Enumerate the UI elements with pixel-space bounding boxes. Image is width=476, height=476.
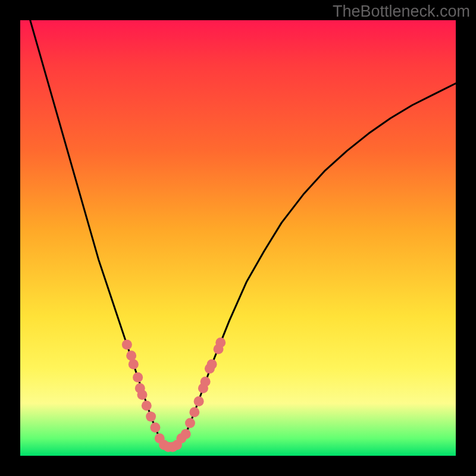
highlight-dot: [185, 418, 195, 428]
highlight-dot: [201, 377, 211, 387]
highlight-dots: [122, 337, 226, 452]
highlight-dot: [207, 359, 217, 369]
highlight-dot: [215, 337, 226, 347]
highlight-dot: [181, 429, 191, 439]
highlight-dot: [122, 340, 132, 350]
highlight-dot: [150, 422, 160, 433]
highlight-dot: [126, 350, 136, 361]
highlight-dot: [137, 390, 147, 400]
chart-container: TheBottleneck.com: [0, 0, 476, 476]
plot-area: [20, 20, 456, 456]
highlight-dot: [133, 372, 143, 383]
highlight-dot: [146, 412, 156, 422]
watermark-text: TheBottleneck.com: [333, 2, 470, 21]
highlight-dot: [189, 407, 199, 417]
dots-layer: [20, 20, 456, 456]
highlight-dot: [129, 359, 139, 369]
highlight-dot: [142, 400, 152, 411]
highlight-dot: [194, 396, 204, 406]
